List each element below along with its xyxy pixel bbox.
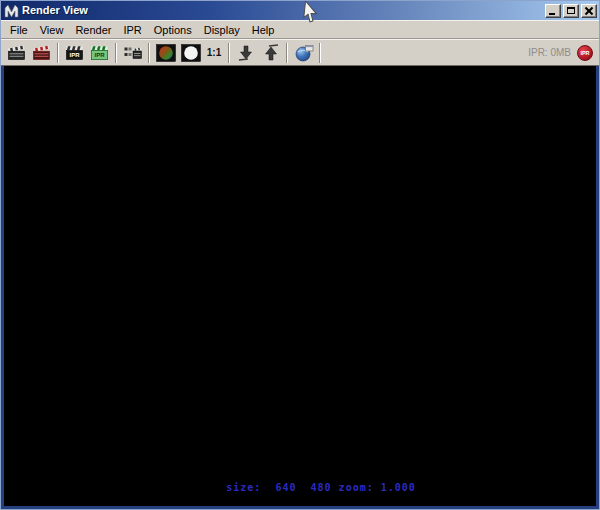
toolbar: IPR IPR — [1, 39, 599, 66]
display-alpha-channel-button[interactable] — [178, 42, 203, 64]
close-button[interactable] — [581, 4, 597, 18]
window-controls — [545, 4, 597, 18]
render-clapperboard-icon — [7, 44, 27, 62]
maya-logo-icon — [4, 4, 19, 18]
keep-image-arrow-down-icon — [236, 44, 256, 62]
ipr-stop-button[interactable]: IPR — [577, 45, 593, 61]
ipr-memory-label: IPR: 0MB — [528, 47, 571, 58]
render-canvas-area: size: 640 480 zoom: 1.000 — [1, 66, 599, 509]
close-icon — [582, 5, 596, 17]
rgb-channels-icon — [156, 44, 176, 62]
titlebar[interactable]: Render View — [1, 1, 599, 20]
minimize-icon — [549, 13, 555, 15]
menu-render[interactable]: Render — [69, 22, 117, 38]
alpha-channel-icon — [181, 44, 201, 62]
menu-display[interactable]: Display — [198, 22, 246, 38]
maximize-button[interactable] — [563, 4, 579, 18]
toolbar-separator — [57, 43, 59, 63]
display-rgb-channels-button[interactable] — [153, 42, 178, 64]
remove-image-button[interactable] — [258, 42, 283, 64]
svg-text:IPR: IPR — [94, 52, 105, 58]
toolbar-separator — [319, 43, 321, 63]
remove-image-arrow-up-icon — [261, 44, 281, 62]
toolbar-separator — [286, 43, 288, 63]
status-text: size: 640 480 zoom: 1.000 — [226, 482, 416, 493]
redo-previous-ipr-render-button[interactable]: IPR — [87, 42, 112, 64]
open-render-globals-button[interactable] — [291, 42, 316, 64]
redo-previous-render-button[interactable] — [29, 42, 54, 64]
toolbar-separator — [148, 43, 150, 63]
render-settings-button[interactable] — [120, 42, 145, 64]
toolbar-separator — [228, 43, 230, 63]
ipr-clapperboard-icon: IPR — [65, 44, 85, 62]
svg-text:IPR: IPR — [69, 52, 80, 58]
menubar: File View Render IPR Options Display Hel… — [1, 20, 599, 39]
maximize-icon — [567, 7, 575, 14]
render-view-window: Render View File View Render IPR Options… — [0, 0, 600, 510]
menu-view[interactable]: View — [34, 22, 70, 38]
window-title: Render View — [22, 1, 545, 20]
menu-options[interactable]: Options — [148, 22, 198, 38]
redo-ipr-clapperboard-icon: IPR — [90, 44, 110, 62]
redo-render-clapperboard-icon — [32, 44, 52, 62]
render-globals-sphere-icon — [294, 44, 314, 62]
real-size-button[interactable]: 1:1 — [203, 42, 225, 64]
keep-image-button[interactable] — [233, 42, 258, 64]
fire-render-graphic — [24, 79, 572, 488]
menu-file[interactable]: File — [4, 22, 34, 38]
ipr-render-button[interactable]: IPR — [62, 42, 87, 64]
menu-ipr[interactable]: IPR — [117, 22, 147, 38]
render-settings-icon — [123, 44, 143, 62]
render-current-frame-button[interactable] — [4, 42, 29, 64]
toolbar-separator — [115, 43, 117, 63]
rendered-image[interactable] — [24, 79, 572, 488]
menu-help[interactable]: Help — [246, 22, 281, 38]
status-bar: size: 640 480 zoom: 1.000 — [4, 471, 596, 504]
minimize-button[interactable] — [545, 4, 561, 18]
